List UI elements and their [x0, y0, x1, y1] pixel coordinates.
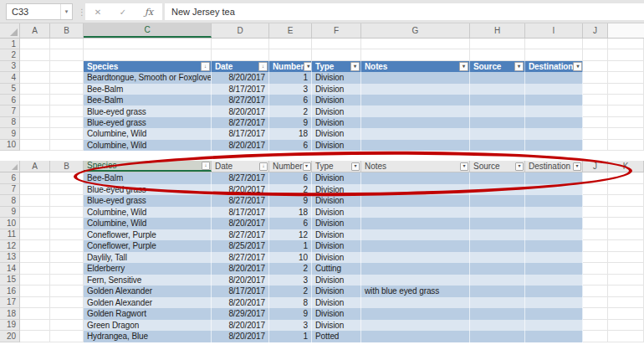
cell-empty[interactable]: [608, 195, 644, 207]
cell-empty[interactable]: [50, 286, 84, 297]
cell-number[interactable]: 2: [269, 184, 312, 196]
cell-number[interactable]: 3: [269, 275, 312, 286]
cell-destination[interactable]: [525, 275, 583, 286]
filter-dropdown-icon[interactable]: ▾: [515, 162, 524, 171]
cell-empty[interactable]: [583, 128, 608, 139]
cell-type[interactable]: Division: [312, 140, 361, 151]
column-header-table-number[interactable]: Number▾: [269, 161, 312, 172]
cell-empty[interactable]: [50, 140, 84, 151]
cell-notes[interactable]: [361, 275, 470, 286]
cell-number[interactable]: 6: [269, 140, 312, 151]
column-header-table-source[interactable]: Source▾: [470, 161, 525, 172]
cell-empty[interactable]: [50, 240, 84, 252]
cell-source[interactable]: [470, 218, 525, 229]
cell-empty[interactable]: [583, 320, 608, 332]
column-header-e[interactable]: E: [269, 23, 312, 38]
cell-empty[interactable]: [583, 297, 608, 309]
cell-type[interactable]: Division: [312, 84, 361, 95]
cell-type[interactable]: Potted: [312, 331, 361, 342]
cell-empty[interactable]: [269, 49, 312, 60]
cell-empty[interactable]: [20, 207, 50, 219]
cell-empty[interactable]: [608, 297, 644, 309]
column-header-table-type[interactable]: Type▾: [312, 161, 361, 172]
cell-species[interactable]: Hydrangea, Blue: [84, 331, 212, 342]
cell-empty[interactable]: [608, 39, 644, 49]
cell-destination[interactable]: [525, 207, 583, 219]
cell-number[interactable]: 2: [269, 105, 312, 116]
cell-empty[interactable]: [20, 218, 50, 229]
cell-empty[interactable]: [20, 61, 50, 72]
cell-empty[interactable]: [361, 39, 470, 49]
cell-empty[interactable]: [608, 72, 644, 83]
column-header-j[interactable]: J: [583, 23, 608, 38]
cell-empty[interactable]: [50, 297, 84, 309]
cell-empty[interactable]: [608, 263, 644, 275]
row-number[interactable]: 6: [0, 95, 20, 105]
cell-empty[interactable]: [20, 275, 50, 286]
cell-type[interactable]: Division: [312, 95, 361, 105]
row-number[interactable]: 10: [0, 140, 20, 151]
cell-empty[interactable]: [50, 72, 84, 83]
cell-date[interactable]: 8/20/2017: [212, 297, 269, 309]
filter-dropdown-icon[interactable]: ▾: [303, 162, 311, 171]
cell-notes[interactable]: [361, 207, 470, 219]
cell-empty[interactable]: [312, 49, 361, 60]
cell-empty[interactable]: [608, 308, 644, 320]
cell-destination[interactable]: [525, 252, 583, 264]
cell-source[interactable]: [470, 252, 525, 264]
cell-date[interactable]: 8/20/2017: [212, 218, 269, 229]
cell-empty[interactable]: [608, 128, 644, 139]
cell-empty[interactable]: [50, 84, 84, 95]
cell-destination[interactable]: [525, 229, 583, 241]
cell-notes[interactable]: [361, 229, 470, 241]
cell-source[interactable]: [470, 128, 525, 139]
column-header-k[interactable]: K: [608, 161, 644, 172]
cell-empty[interactable]: [84, 39, 212, 49]
cell-empty[interactable]: [50, 184, 84, 196]
cell-empty[interactable]: [583, 229, 608, 241]
cell-empty[interactable]: [583, 140, 608, 151]
cell-destination[interactable]: [525, 84, 583, 95]
filter-dropdown-icon[interactable]: ▾: [304, 62, 312, 71]
cell-number[interactable]: 2: [269, 286, 312, 297]
cell-empty[interactable]: [20, 49, 50, 60]
cell-species[interactable]: Blue-eyed grass: [84, 117, 212, 128]
cell-empty[interactable]: [50, 308, 84, 320]
cell-type[interactable]: Division: [312, 252, 361, 264]
cell-source[interactable]: [470, 207, 525, 219]
cell-empty[interactable]: [608, 252, 644, 264]
cell-source[interactable]: [470, 308, 525, 320]
cell-notes[interactable]: [361, 128, 470, 139]
cell-number[interactable]: 1: [269, 240, 312, 252]
cell-date[interactable]: 8/17/2017: [212, 128, 269, 139]
cell-type[interactable]: Division: [312, 229, 361, 241]
cell-number[interactable]: 3: [269, 320, 312, 332]
table-header-number[interactable]: Number▾: [269, 61, 312, 72]
cell-date[interactable]: 8/25/2017: [212, 240, 269, 252]
column-header-j[interactable]: J: [583, 161, 608, 172]
cell-date[interactable]: 8/20/2017: [212, 105, 269, 116]
cell-empty[interactable]: [20, 72, 50, 83]
table-header-notes[interactable]: Notes▾: [361, 61, 470, 72]
cell-number[interactable]: 6: [269, 218, 312, 229]
select-all-corner[interactable]: [0, 161, 20, 172]
cell-empty[interactable]: [20, 105, 50, 116]
cell-date[interactable]: 8/20/2017: [212, 184, 269, 196]
cell-number[interactable]: 6: [269, 95, 312, 105]
cell-species[interactable]: Columbine, Wild: [84, 218, 212, 229]
column-header-table-destination[interactable]: Destination▾: [525, 161, 583, 172]
cell-species[interactable]: Green Dragon: [84, 320, 212, 332]
cell-type[interactable]: Division: [312, 105, 361, 116]
cell-notes[interactable]: [361, 320, 470, 332]
cell-empty[interactable]: [608, 172, 644, 184]
cell-empty[interactable]: [583, 184, 608, 196]
cell-destination[interactable]: [525, 320, 583, 332]
cell-date[interactable]: 8/27/2017: [212, 117, 269, 128]
cell-source[interactable]: [470, 117, 525, 128]
cell-species[interactable]: Columbine, Wild: [84, 207, 212, 219]
cell-empty[interactable]: [20, 128, 50, 139]
cell-destination[interactable]: [525, 140, 583, 151]
cell-empty[interactable]: [583, 117, 608, 128]
column-header-b[interactable]: B: [50, 23, 84, 38]
cell-empty[interactable]: [608, 207, 644, 219]
